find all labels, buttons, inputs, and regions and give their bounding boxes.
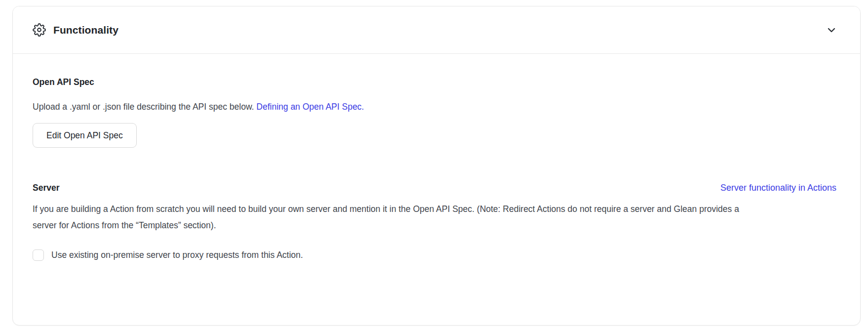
functionality-card: Functionality Open API Spec Upload a .ya… [12, 6, 861, 326]
section-title: Functionality [53, 24, 118, 36]
functionality-section-header[interactable]: Functionality [13, 6, 860, 54]
chevron-down-icon[interactable] [826, 24, 837, 36]
functionality-section-body: Open API Spec Upload a .yaml or .json fi… [13, 54, 860, 261]
open-api-spec-group: Open API Spec Upload a .yaml or .json fi… [33, 77, 836, 148]
gear-icon [33, 23, 46, 37]
on-premise-server-checkbox[interactable] [33, 249, 44, 261]
defining-open-api-spec-link[interactable]: Defining an Open API Spec. [256, 102, 364, 112]
edit-open-api-spec-button[interactable]: Edit Open API Spec [33, 123, 137, 148]
server-group: Server Server functionality in Actions I… [33, 182, 836, 261]
server-description: If you are building a Action from scratc… [33, 201, 758, 234]
on-premise-checkbox-row: Use existing on-premise server to proxy … [33, 249, 836, 261]
open-api-spec-description-text: Upload a .yaml or .json file describing … [33, 102, 254, 112]
page-background: Functionality Open API Spec Upload a .ya… [0, 0, 868, 332]
server-functionality-link[interactable]: Server functionality in Actions [720, 183, 836, 193]
server-heading: Server [33, 182, 60, 193]
server-heading-row: Server Server functionality in Actions [33, 182, 836, 193]
on-premise-checkbox-label: Use existing on-premise server to proxy … [51, 249, 303, 261]
open-api-spec-heading: Open API Spec [33, 77, 836, 87]
open-api-spec-description: Upload a .yaml or .json file describing … [33, 100, 836, 113]
